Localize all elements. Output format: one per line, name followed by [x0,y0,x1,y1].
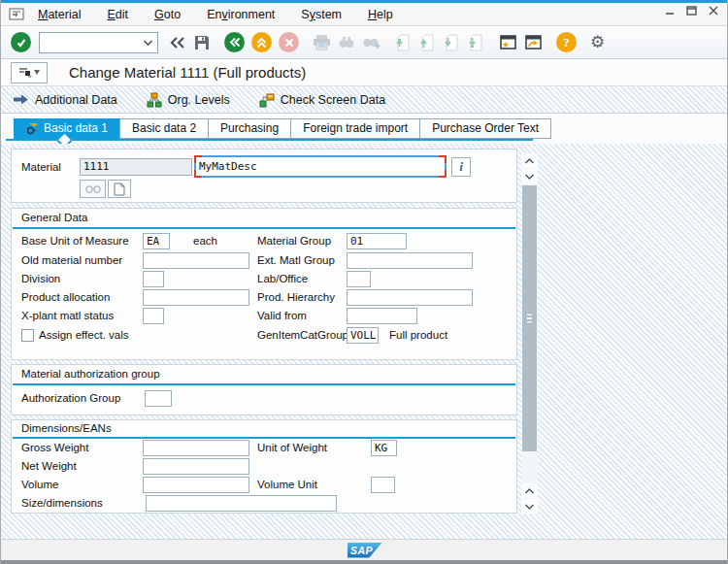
tab-label: Basic data 2 [132,118,196,139]
prod-hierarchy-field[interactable] [347,289,473,306]
menu-item-edit[interactable]: Edit [107,8,128,21]
scroll-up-button-bottom[interactable] [521,483,538,498]
tab-strip: Basic data 1 Basic data 2 Purchasing For… [1,114,728,144]
cancel-button[interactable] [279,32,299,52]
new-document-button[interactable] [108,180,131,198]
section-title: Material authorization group [21,368,160,380]
tab-purchasing[interactable]: Purchasing [208,118,291,139]
menu-item-material[interactable]: Material [38,8,81,21]
size-dimensions-field[interactable] [146,495,337,512]
check-screen-data-button[interactable]: Check Screen Data [259,92,385,108]
info-button[interactable]: i [451,157,471,177]
ext-matl-group-field[interactable] [347,252,473,269]
help-button[interactable]: ? [556,32,577,52]
old-material-number-field[interactable] [143,252,249,269]
chevron-down-icon [524,173,535,181]
hide-command-field-icon[interactable] [169,36,186,50]
double-chevron-up-icon [256,37,267,49]
assign-effect-vals-checkbox[interactable] [21,329,34,342]
question-mark-icon: ? [563,35,570,50]
tab-foreign-trade-import[interactable]: Foreign trade import [290,118,420,139]
tab-basic-data-2[interactable]: Basic data 2 [119,118,209,139]
create-shortcut-icon[interactable] [524,34,543,50]
authorization-group-field[interactable] [145,390,172,407]
additional-data-button[interactable]: Additional Data [13,93,117,107]
material-group-field[interactable]: 01 [347,233,407,249]
close-icon[interactable] [708,5,719,17]
last-page-icon[interactable] [468,34,485,51]
sap-logo: SAP [347,543,382,558]
standard-toolbar: ★ ? ⚙ [1,26,728,59]
page-down-icon[interactable] [444,34,461,51]
first-page-icon[interactable] [395,34,413,51]
ext-matl-group-label: Ext. Matl Group [257,252,335,269]
system-menu-icon[interactable] [9,8,26,20]
scroll-down-button-bottom[interactable] [521,499,538,514]
svg-text:★: ★ [502,40,510,50]
gross-weight-field[interactable] [143,440,249,456]
tab-label: Purchase Order Text [432,118,539,139]
volume-unit-label: Volume Unit [257,477,317,493]
scroll-down-button[interactable] [521,169,538,183]
scroll-up-button[interactable] [521,153,538,168]
exit-button[interactable] [251,32,272,52]
menu-item-system[interactable]: System [301,8,342,21]
focus-corner [194,170,202,178]
old-material-number-label: Old material number [21,252,122,269]
blank-page-icon [114,182,125,196]
display-glasses-button[interactable] [80,180,106,198]
enter-button[interactable] [11,32,31,52]
net-weight-field[interactable] [143,458,249,475]
chevron-down-icon [524,503,535,511]
menu-bar: Material Edit Goto Environment System He… [1,3,728,26]
base-unit-field[interactable]: EA [143,233,170,249]
volume-unit-field[interactable] [371,477,395,493]
check-icon [16,37,27,49]
xplant-matl-status-label: X-plant matl status [21,308,114,324]
save-icon[interactable] [193,34,211,51]
xplant-matl-status-field[interactable] [143,308,164,324]
volume-field[interactable] [143,477,249,493]
unit-of-weight-field[interactable]: KG [371,440,397,456]
section-title: Dimensions/EANs [21,422,112,434]
lab-office-field[interactable] [347,271,371,287]
authorization-group-label: Authorization Group [21,390,120,407]
prod-hierarchy-label: Prod. Hierarchy [257,289,335,306]
menu-item-goto[interactable]: Goto [154,8,181,21]
auth-group-section: Material authorization group Authorizati… [11,364,517,415]
title-menu-button[interactable] [11,62,48,83]
gen-item-cat-group-field[interactable]: VOLL [347,327,379,344]
main-content: Material 1111 MyMatDesc i General Data [1,144,728,539]
customize-layout-icon[interactable]: ⚙ [590,34,605,50]
page-up-icon[interactable] [419,34,437,51]
command-field[interactable] [39,32,158,53]
minimize-button[interactable] [664,5,676,17]
menu-item-environment[interactable]: Environment [207,8,275,21]
valid-from-label: Valid from [257,308,307,324]
material-description-input[interactable]: MyMatDesc [194,155,447,178]
glasses-icon [85,184,101,194]
scrollbar-thumb[interactable] [522,185,537,451]
tab-purchase-order-text[interactable]: Purchase Order Text [419,118,551,139]
product-allocation-label: Product allocation [21,289,110,306]
restore-button[interactable] [685,5,698,17]
menu-item-help[interactable]: Help [368,8,393,21]
back-button[interactable] [224,32,245,52]
vertical-scrollbar[interactable] [521,153,538,514]
dropdown-triangle-icon [34,70,40,75]
product-allocation-field[interactable] [143,289,249,306]
double-chevron-left-icon [229,37,241,48]
window-controls [664,5,719,17]
application-toolbar: Additional Data Org. Levels Check Screen… [1,86,728,114]
tab-label: Purchasing [220,118,279,139]
chevron-down-icon[interactable] [143,39,153,47]
section-underline [13,437,515,439]
lab-office-label: Lab/Office [257,271,308,287]
division-field[interactable] [143,271,164,287]
thumb-grip [527,315,532,323]
valid-from-field[interactable] [347,308,417,324]
new-session-icon[interactable]: ★ [499,34,517,50]
chevron-up-icon [524,157,535,165]
material-number-field[interactable]: 1111 [80,158,192,176]
org-levels-button[interactable]: Org. Levels [147,92,230,108]
